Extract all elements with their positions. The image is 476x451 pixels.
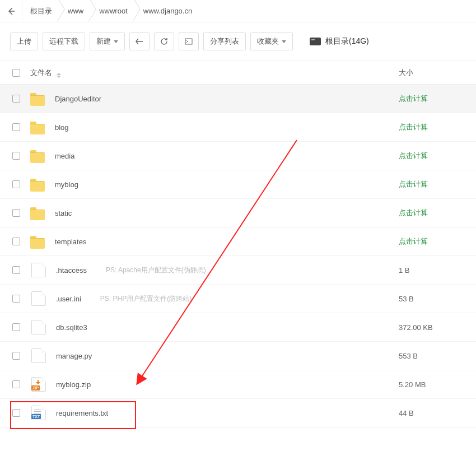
select-all-checkbox[interactable] bbox=[12, 69, 20, 77]
table-row[interactable]: .htaccessPS: Apache用户配置文件(伪静态)1 B bbox=[0, 256, 476, 285]
share-list-button[interactable]: 分享列表 bbox=[203, 32, 246, 50]
table-row[interactable]: myblog点击计算 bbox=[0, 170, 476, 199]
file-size[interactable]: 点击计算 bbox=[399, 94, 466, 104]
file-size[interactable]: 点击计算 bbox=[399, 151, 466, 161]
table-header: 文件名 大小 bbox=[0, 61, 476, 85]
nav-back-button[interactable] bbox=[129, 32, 150, 50]
refresh-button[interactable] bbox=[154, 32, 174, 50]
folder-icon bbox=[30, 207, 45, 220]
new-button[interactable]: 新建 bbox=[90, 32, 125, 50]
table-row[interactable]: db.sqlite3372.00 KB bbox=[0, 313, 476, 342]
file-list: 文件名 大小 DjangoUeditor点击计算blog点击计算media点击计… bbox=[0, 61, 476, 427]
breadcrumb-item[interactable]: 根目录 bbox=[22, 0, 60, 22]
remote-download-button[interactable]: 远程下载 bbox=[43, 32, 85, 50]
column-size-header[interactable]: 大小 bbox=[399, 68, 466, 78]
row-checkbox[interactable] bbox=[12, 209, 20, 217]
file-icon bbox=[31, 263, 46, 277]
zip-file-icon: ZIP bbox=[31, 377, 46, 392]
disk-icon bbox=[310, 38, 321, 45]
file-name[interactable]: .htaccess bbox=[56, 266, 87, 275]
file-name[interactable]: .user.ini bbox=[56, 295, 81, 303]
upload-button[interactable]: 上传 bbox=[10, 32, 38, 50]
folder-icon bbox=[30, 150, 45, 162]
row-checkbox[interactable] bbox=[12, 180, 20, 188]
txt-file-icon: TXT bbox=[31, 406, 46, 420]
file-size: 372.00 KB bbox=[399, 323, 466, 332]
breadcrumb-item[interactable]: www bbox=[60, 0, 91, 22]
terminal-button[interactable] bbox=[179, 32, 199, 50]
table-row[interactable]: blog点击计算 bbox=[0, 113, 476, 142]
table-row[interactable]: TXTrequirements.txt44 B bbox=[0, 399, 476, 427]
file-name[interactable]: blog bbox=[55, 123, 69, 132]
table-row[interactable]: manage.py553 B bbox=[0, 342, 476, 370]
table-row[interactable]: templates点击计算 bbox=[0, 227, 476, 256]
file-icon bbox=[31, 320, 46, 334]
root-dir-label: 根目录(14G) bbox=[310, 36, 369, 47]
file-name[interactable]: templates bbox=[55, 238, 86, 246]
row-checkbox[interactable] bbox=[12, 323, 20, 331]
row-checkbox[interactable] bbox=[12, 95, 20, 103]
file-name[interactable]: requirements.txt bbox=[56, 409, 108, 417]
table-row[interactable]: ZIPmyblog.zip5.20 MB bbox=[0, 370, 476, 399]
breadcrumb-item[interactable]: wwwroot bbox=[91, 0, 136, 22]
file-size: 5.20 MB bbox=[399, 380, 466, 389]
sort-icon bbox=[57, 73, 61, 78]
file-note: PS: PHP用户配置文件(防跨站) bbox=[100, 294, 192, 304]
column-name-header[interactable]: 文件名 bbox=[30, 68, 61, 78]
chevron-down-icon bbox=[282, 40, 286, 43]
file-size: 1 B bbox=[399, 266, 466, 275]
file-size[interactable]: 点击计算 bbox=[399, 208, 466, 218]
chevron-down-icon bbox=[114, 40, 118, 43]
table-row[interactable]: media点击计算 bbox=[0, 142, 476, 170]
file-name[interactable]: static bbox=[55, 209, 72, 217]
breadcrumb-label: 根目录 bbox=[30, 6, 52, 16]
table-row[interactable]: .user.iniPS: PHP用户配置文件(防跨站)53 B bbox=[0, 285, 476, 313]
folder-icon bbox=[30, 236, 45, 248]
folder-icon bbox=[30, 179, 45, 191]
breadcrumb: 根目录 www wwwroot www.django.cn bbox=[0, 0, 476, 22]
table-row[interactable]: DjangoUeditor点击计算 bbox=[0, 85, 476, 113]
file-name[interactable]: myblog.zip bbox=[56, 380, 91, 389]
row-checkbox[interactable] bbox=[12, 238, 20, 245]
file-size[interactable]: 点击计算 bbox=[399, 236, 466, 247]
file-icon bbox=[31, 348, 46, 363]
file-name[interactable]: myblog bbox=[55, 180, 78, 189]
row-checkbox[interactable] bbox=[12, 352, 20, 360]
file-name[interactable]: media bbox=[55, 152, 74, 160]
toolbar: 上传 远程下载 新建 分享列表 收藏夹 根目录(14G) bbox=[0, 22, 476, 61]
row-checkbox[interactable] bbox=[12, 266, 20, 274]
file-size[interactable]: 点击计算 bbox=[399, 122, 466, 132]
row-checkbox[interactable] bbox=[12, 152, 20, 160]
file-icon bbox=[31, 291, 46, 306]
breadcrumb-label: www.django.cn bbox=[143, 7, 192, 15]
folder-icon bbox=[30, 93, 45, 105]
row-checkbox[interactable] bbox=[12, 123, 20, 131]
breadcrumb-label: wwwroot bbox=[99, 7, 128, 15]
back-button[interactable] bbox=[0, 0, 22, 22]
arrow-left-icon bbox=[136, 38, 143, 45]
file-size: 553 B bbox=[399, 352, 466, 360]
file-size: 53 B bbox=[399, 295, 466, 303]
svg-rect-0 bbox=[185, 39, 192, 44]
file-name[interactable]: manage.py bbox=[56, 352, 92, 360]
file-name[interactable]: db.sqlite3 bbox=[56, 323, 87, 332]
breadcrumb-label: www bbox=[68, 7, 83, 15]
file-size[interactable]: 点击计算 bbox=[399, 179, 466, 189]
table-row[interactable]: static点击计算 bbox=[0, 199, 476, 227]
file-name[interactable]: DjangoUeditor bbox=[55, 95, 101, 103]
file-note: PS: Apache用户配置文件(伪静态) bbox=[106, 266, 206, 275]
row-checkbox[interactable] bbox=[12, 295, 20, 303]
breadcrumb-item[interactable]: www.django.cn bbox=[136, 0, 200, 22]
row-checkbox[interactable] bbox=[12, 409, 20, 417]
arrow-left-icon bbox=[7, 7, 16, 16]
favorites-button[interactable]: 收藏夹 bbox=[250, 32, 293, 50]
folder-icon bbox=[30, 122, 45, 134]
file-size: 44 B bbox=[399, 409, 466, 417]
refresh-icon bbox=[160, 38, 168, 45]
row-checkbox[interactable] bbox=[12, 380, 20, 388]
terminal-icon bbox=[185, 38, 193, 45]
